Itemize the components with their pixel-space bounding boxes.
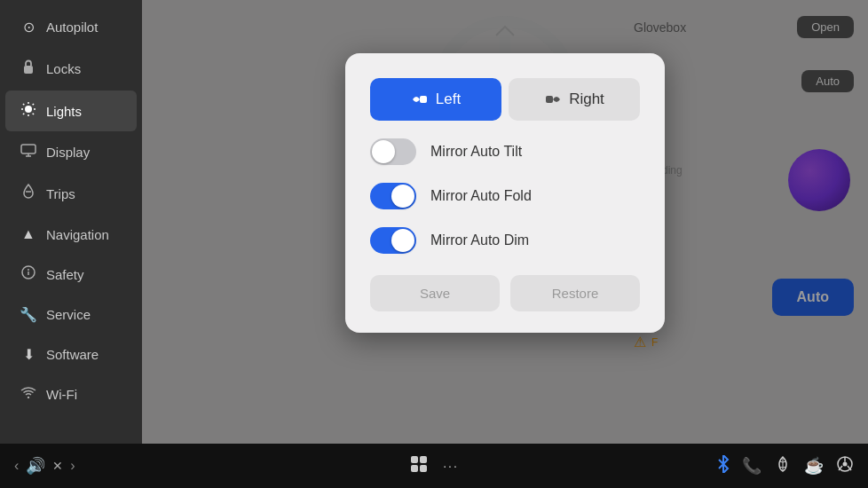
taskbar: ‹ 🔊 ✕ › ··· 📞 xyxy=(0,444,868,488)
nav-left-button[interactable]: ‹ xyxy=(14,458,19,474)
taskbar-center: ··· xyxy=(294,454,573,478)
sidebar-item-label: Service xyxy=(46,307,91,322)
sidebar-item-service[interactable]: 🔧 Service xyxy=(5,295,137,334)
sidebar-item-label: Locks xyxy=(46,61,81,76)
svg-rect-0 xyxy=(24,66,33,74)
sidebar-item-label: Wi-Fi xyxy=(46,387,77,402)
sidebar: ⊙ Autopilot Locks xyxy=(0,0,142,444)
sidebar-item-display[interactable]: Display xyxy=(5,133,137,171)
mirror-auto-dim-label: Mirror Auto Dim xyxy=(430,232,529,248)
apps-button[interactable] xyxy=(409,454,429,478)
svg-rect-30 xyxy=(420,465,427,472)
safety-icon xyxy=(20,265,37,283)
svg-rect-29 xyxy=(411,465,418,472)
mirror-auto-dim-toggle[interactable] xyxy=(370,227,416,254)
dots-menu[interactable]: ··· xyxy=(443,459,459,473)
trips-icon xyxy=(20,184,37,203)
svg-rect-26 xyxy=(546,96,553,103)
svg-line-9 xyxy=(23,114,24,114)
sidebar-item-autopilot[interactable]: ⊙ Autopilot xyxy=(5,8,137,46)
svg-line-6 xyxy=(23,104,24,105)
sidebar-item-label: Software xyxy=(46,347,99,362)
sidebar-item-navigation[interactable]: ▲ Navigation xyxy=(5,216,137,253)
toggle-knob xyxy=(372,140,395,163)
mirror-auto-fold-label: Mirror Auto Fold xyxy=(430,188,532,204)
software-icon: ⬇ xyxy=(20,346,37,363)
save-button[interactable]: Save xyxy=(370,275,500,311)
sidebar-item-label: Lights xyxy=(46,104,82,119)
climate-icon[interactable] xyxy=(774,455,792,477)
service-icon: 🔧 xyxy=(20,306,37,323)
mirror-auto-fold-toggle[interactable] xyxy=(370,183,416,209)
phone-icon[interactable]: 📞 xyxy=(742,456,761,476)
sidebar-item-trips[interactable]: Trips xyxy=(5,173,137,214)
left-mirror-button[interactable]: Left xyxy=(370,78,501,121)
mirror-auto-fold-row: Mirror Auto Fold xyxy=(370,183,640,209)
sidebar-item-safety[interactable]: Safety xyxy=(5,255,137,294)
sidebar-item-locks[interactable]: Locks xyxy=(5,48,137,89)
display-icon xyxy=(20,144,37,161)
svg-rect-27 xyxy=(411,456,418,463)
svg-rect-25 xyxy=(420,96,427,103)
autopilot-icon: ⊙ xyxy=(20,19,37,35)
restore-button[interactable]: Restore xyxy=(510,275,640,311)
taskbar-right: 📞 ☕ xyxy=(574,455,854,477)
sidebar-item-label: Safety xyxy=(46,267,84,282)
navigation-icon: ▲ xyxy=(20,226,37,242)
steering-icon[interactable] xyxy=(836,455,854,477)
mirror-auto-tilt-toggle[interactable] xyxy=(370,138,416,165)
coffee-icon[interactable]: ☕ xyxy=(804,456,824,476)
svg-point-16 xyxy=(28,269,29,271)
svg-rect-28 xyxy=(420,456,427,463)
svg-point-17 xyxy=(28,397,29,398)
wifi-icon xyxy=(20,386,37,402)
action-buttons: Save Restore xyxy=(370,275,640,311)
svg-rect-10 xyxy=(21,145,36,153)
svg-line-7 xyxy=(33,114,34,114)
toggle-knob xyxy=(391,185,414,208)
mirror-settings-modal: Left Right Mirror Auto Til xyxy=(345,53,665,333)
lr-toggle: Left Right xyxy=(370,78,640,121)
sidebar-item-label: Autopilot xyxy=(46,20,98,35)
main-content: Glovebox Open Auto Recording xyxy=(142,0,868,444)
right-mirror-button[interactable]: Right xyxy=(509,78,640,121)
svg-line-8 xyxy=(33,104,34,105)
mute-icon[interactable]: ✕ xyxy=(52,459,63,473)
sidebar-item-wifi[interactable]: Wi-Fi xyxy=(5,375,137,413)
sidebar-item-lights[interactable]: Lights xyxy=(5,91,137,131)
lock-icon xyxy=(20,59,37,78)
svg-point-33 xyxy=(842,461,847,466)
toggle-knob xyxy=(391,229,414,252)
sidebar-item-software[interactable]: ⬇ Software xyxy=(5,335,137,374)
sidebar-item-label: Display xyxy=(46,145,90,160)
nav-right-button[interactable]: › xyxy=(70,458,75,474)
sidebar-item-label: Trips xyxy=(46,186,75,201)
lights-icon xyxy=(20,101,37,121)
mirror-auto-tilt-label: Mirror Auto Tilt xyxy=(430,144,522,160)
taskbar-left: ‹ 🔊 ✕ › xyxy=(14,456,294,476)
mirror-auto-tilt-row: Mirror Auto Tilt xyxy=(370,138,640,165)
modal-overlay: Left Right Mirror Auto Til xyxy=(142,0,868,444)
sidebar-item-label: Navigation xyxy=(46,227,109,242)
svg-point-1 xyxy=(25,106,32,113)
bluetooth-icon[interactable] xyxy=(717,455,730,477)
mirror-auto-dim-row: Mirror Auto Dim xyxy=(370,227,640,254)
volume-icon[interactable]: 🔊 xyxy=(26,456,45,476)
